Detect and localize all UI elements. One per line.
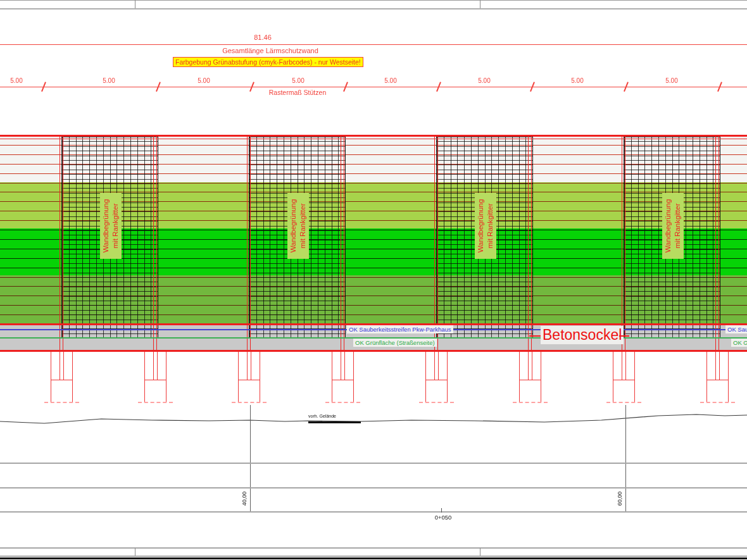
foundation-outer-left xyxy=(144,352,145,402)
foundation-step-line xyxy=(144,380,166,380)
foundation-inner-left xyxy=(60,352,60,380)
ok-clean-strip-label: OK Sauberkeitsstreifen Pkw-Parkhaus xyxy=(347,325,453,333)
bay-rotated-label: Wandbegrünungmit Rankgitter xyxy=(100,193,122,259)
foundation-outer-left xyxy=(519,352,520,402)
betonsockel-leader-left xyxy=(529,335,541,337)
bottom-frame-line1 xyxy=(0,547,747,549)
raster-segment-label: 5.00 xyxy=(658,77,686,84)
bay-label-line2: mit Rankgitter xyxy=(673,199,682,253)
top-frame-divider xyxy=(135,0,135,8)
bay-label-line1: Wandbegrünung xyxy=(289,199,298,253)
bay-label-line1: Wandbegrünung xyxy=(101,199,111,253)
foundation-step-line xyxy=(425,380,448,380)
foundation-step-line xyxy=(706,380,729,380)
raster-segment-label: 5.00 xyxy=(3,77,30,84)
trellis-hatch-bay: Wandbegrünungmit Rankgitter xyxy=(624,137,720,337)
betonsockel-leader-right xyxy=(619,335,629,337)
bay-label-text: Wandbegrünungmit Rankgitter xyxy=(663,199,682,253)
bay-label-line1: Wandbegrünung xyxy=(663,199,673,253)
foundation-step-line xyxy=(238,380,260,380)
foundation-outer-right xyxy=(353,352,354,402)
bay-label-line2: mit Rankgitter xyxy=(111,199,120,253)
wall-post-line xyxy=(528,135,529,352)
foundation-inner-left xyxy=(434,352,435,380)
raster-segment-label: 5.00 xyxy=(563,77,591,84)
elevation-drawing-sheet: 81.46 Gesamtlänge Lärmschutzwand Farbgeb… xyxy=(0,0,747,560)
wall-post-line xyxy=(434,135,435,352)
bay-label-line2: mit Rankgitter xyxy=(298,199,308,253)
bay-label-line2: mit Rankgitter xyxy=(486,199,495,253)
raster-segment-label: 5.00 xyxy=(284,77,312,84)
foundation-step-line xyxy=(613,380,635,380)
wall-post-line xyxy=(63,135,63,352)
chainage-label: 0+050 xyxy=(430,514,456,521)
foundation-outer-right xyxy=(634,352,635,402)
profile-band-line xyxy=(0,511,747,513)
foundation-bottom-dashed xyxy=(232,402,267,403)
bay-label-text: Wandbegrünungmit Rankgitter xyxy=(476,199,495,253)
ok-green-area-label: OK Grünfläche (Straßenseite) xyxy=(353,339,437,347)
raster-dim-caption: Rastermaß Stützen xyxy=(247,89,348,96)
wall-post-line xyxy=(625,135,625,352)
bay-rotated-label: Wandbegrünungmit Rankgitter xyxy=(662,193,684,259)
bottom-frame-divider xyxy=(135,548,135,556)
bay-label-text: Wandbegrünungmit Rankgitter xyxy=(289,199,308,253)
foundation-inner-right xyxy=(532,352,532,380)
trellis-hatch-bay: Wandbegrünungmit Rankgitter xyxy=(61,137,158,337)
wall-post-line xyxy=(437,135,438,352)
wall-post-line xyxy=(344,135,344,352)
foundation-bottom-dashed xyxy=(44,402,79,403)
foundation-bottom-dashed xyxy=(419,402,454,403)
foundation-step-line xyxy=(332,380,354,380)
wall-top-inner-line xyxy=(0,139,747,139)
foundation-outer-right xyxy=(260,352,260,402)
station-label-40: 40,00 xyxy=(241,486,249,511)
trellis-hatch-bay: Wandbegrünungmit Rankgitter xyxy=(249,137,346,337)
foundation-inner-left xyxy=(622,352,622,380)
foundation-outer-left xyxy=(613,352,613,402)
station-line-40 xyxy=(250,405,251,511)
bay-label-line1: Wandbegrünung xyxy=(476,199,486,253)
foundation-outer-right xyxy=(541,352,541,402)
foundation-outer-left xyxy=(425,352,426,402)
ground-label-underline xyxy=(308,421,361,423)
bay-label-text: Wandbegrünungmit Rankgitter xyxy=(101,199,120,253)
foundation-outer-right xyxy=(728,352,729,402)
total-length-dim-line xyxy=(0,44,747,45)
wall-post-line xyxy=(247,135,248,352)
foundation-bottom-dashed xyxy=(606,402,641,403)
wall-post-line xyxy=(715,135,716,352)
wall-top-chord xyxy=(0,135,747,137)
foundation-inner-left xyxy=(247,352,248,380)
wall-post-line xyxy=(250,135,251,352)
raster-segment-label: 5.00 xyxy=(190,77,218,84)
foundation-inner-right xyxy=(251,352,251,380)
raster-dim-line xyxy=(0,87,747,87)
foundation-outer-right xyxy=(72,352,73,402)
wall-post-line xyxy=(156,135,157,352)
foundation-inner-right xyxy=(63,352,64,380)
top-frame-line-thick xyxy=(0,8,747,9)
wall-post-line xyxy=(60,135,60,352)
wall-bottom-chord xyxy=(0,350,747,352)
top-frame-divider xyxy=(480,0,480,8)
foundation-step-line xyxy=(51,380,73,380)
wall-post-line xyxy=(531,135,532,352)
raster-segment-label: 5.00 xyxy=(95,77,123,84)
foundation-bottom-dashed xyxy=(138,402,173,403)
foundation-bottom-dashed xyxy=(325,402,360,403)
ok-clean-strip-label-right: OK Sauberkeitsstreifen Pkw-Parkhaus xyxy=(725,325,747,333)
wall-post-line xyxy=(622,135,622,352)
ground-label: vorh. Gelände xyxy=(308,414,336,418)
bottom-frame-edge xyxy=(0,557,747,559)
bottom-frame-line2 xyxy=(0,556,747,557)
foundation-bottom-dashed xyxy=(513,402,548,403)
foundation-inner-left xyxy=(341,352,341,380)
total-length-label: Gesamtlänge Lärmschutzwand xyxy=(207,47,334,54)
foundation-outer-left xyxy=(706,352,707,402)
total-length-value: 81.46 xyxy=(244,34,282,41)
profile-band-line xyxy=(0,487,747,488)
foundation-inner-right xyxy=(344,352,345,380)
foundation-outer-right xyxy=(166,352,166,402)
foundation-inner-right xyxy=(625,352,626,380)
